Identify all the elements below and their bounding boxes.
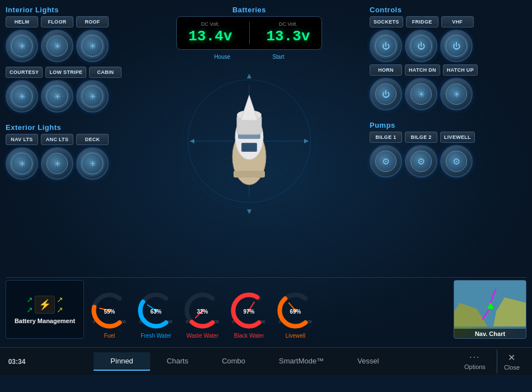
sockets-knob[interactable]: ⏻ <box>370 30 402 62</box>
tab-combo[interactable]: Combo <box>205 352 262 371</box>
svg-text:63%: 63% <box>150 309 161 315</box>
interior-lights-row1: HELM FLOOR ROOF <box>6 16 129 27</box>
helm-button[interactable]: HELM <box>6 16 38 27</box>
compass-arrow-north: ▲ <box>245 71 253 80</box>
sockets-button[interactable]: SOCKETS <box>370 16 403 27</box>
battery-display: DC Volt. 13.4v DC Volt. 13.3v <box>176 16 321 50</box>
controls-title: Controls <box>370 6 526 14</box>
tab-vessel[interactable]: Vessel <box>340 352 395 371</box>
exterior-lights-section: Exterior Lights NAV LTS ANC LTS DECK ✳ ✳… <box>6 123 129 184</box>
options-button[interactable]: ··· Options <box>456 349 494 374</box>
floor-knob[interactable]: ✳ <box>41 30 73 62</box>
bottom-section: ↗ ↗ ⚡ ↗ ↗ Battery Management 0 100 <box>6 277 526 342</box>
battery-mgmt-label: Battery Management <box>15 318 75 324</box>
deck-button[interactable]: DECK <box>76 134 109 145</box>
interior-lights-title: Interior Lights <box>6 6 129 14</box>
main-area: Interior Lights HELM FLOOR ROOF ✳ ✳ ✳ <box>0 0 532 347</box>
power-icon-2: ⏻ <box>417 41 425 50</box>
nav-right-controls: ··· Options ✕ Close <box>456 349 532 374</box>
gauge-label-4: Livewell <box>286 333 306 339</box>
svg-marker-5 <box>241 95 258 120</box>
livewell-knob[interactable]: ⚙ <box>440 145 473 178</box>
snowflake-icon-7: ✳ <box>18 158 26 169</box>
nav-tabs: Pinned Charts Combo SmartMode™ Vessel <box>34 352 456 371</box>
hatch-dn-button[interactable]: HATCH DN <box>405 64 440 76</box>
compass-arrow-east: ▲ <box>302 137 311 145</box>
anc-lts-button[interactable]: ANC LTS <box>41 134 73 145</box>
dots-icon: ··· <box>469 352 480 362</box>
horn-knob[interactable]: ⏻ <box>370 78 402 110</box>
low-stripe-button[interactable]: LOW STRIPE <box>45 67 86 78</box>
battery-house: DC Volt. 13.4v <box>188 21 232 45</box>
nav-lts-button[interactable]: NAV LTS <box>6 134 38 145</box>
bilge1-knob[interactable]: ⚙ <box>370 145 402 178</box>
pumps-section: Pumps BILGE 1 BILGE 2 LIVEWELL ⚙ ⚙ ⚙ <box>370 121 526 180</box>
vhf-button[interactable]: VHF <box>441 16 474 27</box>
battery-management-panel[interactable]: ↗ ↗ ⚡ ↗ ↗ Battery Management <box>6 280 84 339</box>
arrow-right-2: ↗ <box>57 305 63 314</box>
fridge-button[interactable]: FRIDGE <box>406 16 438 27</box>
options-label: Options <box>464 363 486 370</box>
courtesy-button[interactable]: COURTESY <box>6 67 43 78</box>
flow-left-arrows: ↗ ↗ <box>26 295 33 315</box>
bilge2-button[interactable]: BILGE 2 <box>405 132 437 143</box>
battery-start-value: 13.3v <box>267 28 310 45</box>
top-section: Interior Lights HELM FLOOR ROOF ✳ ✳ ✳ <box>6 6 526 277</box>
horn-button[interactable]: HORN <box>370 64 402 76</box>
controls-row1: SOCKETS FRIDGE VHF <box>370 16 526 27</box>
cabin-button[interactable]: CABIN <box>89 67 122 78</box>
svg-text:69%: 69% <box>290 309 301 315</box>
exterior-lights-title: Exterior Lights <box>6 123 129 132</box>
nav-lts-knob[interactable]: ✳ <box>6 147 38 180</box>
bilge1-button[interactable]: BILGE 1 <box>370 132 402 143</box>
anc-lts-knob[interactable]: ✳ <box>41 147 73 180</box>
gauge-waste-water: 0 100 32% Waste Water <box>181 290 223 339</box>
nav-chart-label: Nav. Chart <box>454 329 526 339</box>
deck-knob[interactable]: ✳ <box>76 147 109 180</box>
controls-row2: HORN HATCH DN HATCH UP <box>370 64 526 76</box>
nav-chart-panel[interactable]: Nav. Chart <box>454 280 526 339</box>
roof-knob[interactable]: ✳ <box>76 30 109 62</box>
pumps-row1: BILGE 1 BILGE 2 LIVEWELL <box>370 132 526 143</box>
pump-icon-2: ⚙ <box>417 156 425 167</box>
batteries-title: Batteries <box>176 6 321 14</box>
tab-pinned[interactable]: Pinned <box>94 352 150 371</box>
svg-text:32%: 32% <box>197 309 208 315</box>
fridge-knob[interactable]: ⏻ <box>405 30 437 62</box>
battery-house-label: DC Volt. <box>188 21 232 27</box>
snowflake-icon-1: ✳ <box>18 41 26 52</box>
roof-button[interactable]: ROOF <box>76 16 109 27</box>
bilge2-knob[interactable]: ⚙ <box>405 145 437 178</box>
close-x-icon: ✕ <box>508 352 515 363</box>
compass-arrow-west: ▲ <box>187 137 196 145</box>
snowflake-icon-8: ✳ <box>54 158 61 169</box>
cabin-knob[interactable]: ✳ <box>76 80 109 113</box>
interior-lights-row2: COURTESY LOW STRIPE CABIN <box>6 67 129 78</box>
tab-smartmode[interactable]: SmartMode™ <box>262 352 340 371</box>
helm-knob[interactable]: ✳ <box>6 30 38 62</box>
svg-rect-8 <box>234 171 265 178</box>
hatch-up-knob[interactable]: ✳ <box>440 78 473 110</box>
hatch-up-button[interactable]: HATCH UP <box>443 64 478 76</box>
close-button[interactable]: ✕ Close <box>497 349 526 374</box>
batteries-section: Batteries DC Volt. 13.4v DC Volt. 13.3v … <box>176 6 321 60</box>
tab-charts[interactable]: Charts <box>150 352 205 371</box>
vhf-knob[interactable]: ⏻ <box>440 30 473 62</box>
low-stripe-knob[interactable]: ✳ <box>41 80 73 113</box>
pumps-title: Pumps <box>370 121 526 129</box>
hatch-dn-knob[interactable]: ✳ <box>405 78 437 110</box>
pump-icon-3: ⚙ <box>452 156 460 167</box>
snowflake-icon-6: ✳ <box>89 91 96 102</box>
floor-button[interactable]: FLOOR <box>41 16 73 27</box>
courtesy-knob[interactable]: ✳ <box>6 80 38 113</box>
svg-text:97%: 97% <box>243 309 254 315</box>
battery-start-label: DC Volt. <box>267 21 310 27</box>
nav-bar: 03:34 Pinned Charts Combo SmartMode™ Ves… <box>0 347 532 375</box>
livewell-button[interactable]: LIVEWELL <box>440 132 475 143</box>
battery-house-value: 13.4v <box>188 28 232 45</box>
power-icon-3: ⏻ <box>452 41 460 50</box>
right-column: Controls SOCKETS FRIDGE VHF ⏻ ⏻ ⏻ <box>370 6 526 277</box>
gauges-container: 0 100 55% Fuel 0 100 63% <box>88 290 316 339</box>
power-icon-4: ⏻ <box>382 90 390 99</box>
battery-house-name: House <box>214 54 230 60</box>
